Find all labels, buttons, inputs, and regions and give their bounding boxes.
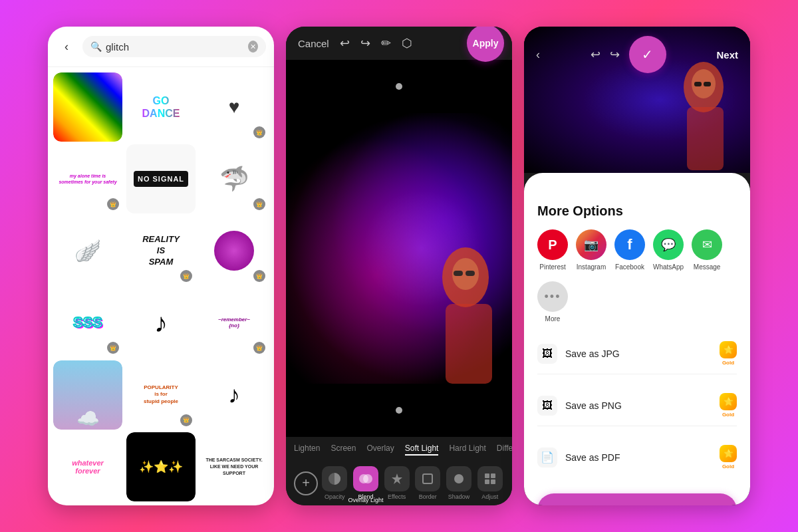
- shadow-tool[interactable]: Shadow: [445, 466, 473, 500]
- sticker-remember[interactable]: ~remember~{no} 👑: [200, 288, 269, 357]
- sticker-no-signal[interactable]: NO SIGNAL: [126, 144, 196, 213]
- sticker-go-dance[interactable]: GODANCE: [126, 72, 196, 142]
- save-jpg-option[interactable]: 🖼 Save as JPG ⭐ Gold: [537, 333, 737, 374]
- apply-button[interactable]: Apply: [467, 27, 504, 62]
- redo-button[interactable]: ↪: [360, 36, 370, 51]
- toolbar-left: Cancel ↩ ↪ ✏ ⬡: [298, 36, 412, 51]
- svg-point-7: [363, 474, 372, 483]
- border-label: Border: [419, 493, 437, 500]
- blend-overlay[interactable]: Overlay: [366, 442, 394, 456]
- panel3-redo-button[interactable]: ↪: [610, 47, 620, 62]
- more-share[interactable]: ••• More: [537, 281, 568, 323]
- undo-button[interactable]: ↩: [340, 36, 350, 51]
- next-button[interactable]: Next: [716, 49, 738, 61]
- back-button[interactable]: ‹: [56, 36, 77, 57]
- save-pdf-label: Save as PDF: [565, 452, 620, 463]
- opacity-label: Opacity: [325, 493, 345, 500]
- sticker-reality-spam[interactable]: REALITYISSPAM 👑: [126, 216, 196, 285]
- sticker-whatever[interactable]: whateverforever: [53, 432, 122, 501]
- sticker-rainbow[interactable]: [53, 72, 122, 142]
- premium-badge: 👑: [253, 342, 265, 354]
- clear-search-button[interactable]: ✕: [248, 41, 258, 53]
- sticker-wings[interactable]: 🪽: [53, 216, 122, 285]
- blend-lighten[interactable]: Lighten: [294, 442, 320, 456]
- close-button[interactable]: Close: [537, 493, 737, 505]
- svg-rect-3: [454, 271, 463, 276]
- facebook-icon: f: [614, 229, 645, 260]
- message-label: Message: [694, 263, 721, 271]
- editor-tools: + Opacity Overlay Light Blend: [286, 461, 512, 505]
- premium-badge: 👑: [107, 342, 119, 354]
- svg-rect-16: [687, 107, 724, 170]
- adjust-label: Adjust: [481, 493, 498, 500]
- blend-soft-light[interactable]: Soft Light: [405, 442, 439, 456]
- svg-rect-1: [446, 304, 492, 384]
- sticker-grid: GODANCE ♥ 👑 my alone time is sometimes f…: [48, 67, 274, 505]
- adjust-icon: [483, 472, 497, 485]
- blend-difference[interactable]: Difference: [497, 442, 512, 456]
- search-bar: ‹ 🔍 ✕: [48, 27, 274, 67]
- blend-hard-light[interactable]: Hard Light: [449, 442, 485, 456]
- border-tool[interactable]: Border: [414, 466, 442, 500]
- panel3-check-button[interactable]: ✓: [629, 36, 666, 73]
- save-png-option[interactable]: 🖼 Save as PNG ⭐ Gold: [537, 385, 737, 426]
- blend-screen[interactable]: Screen: [331, 442, 356, 456]
- canvas-image[interactable]: [286, 113, 512, 384]
- panel3-undo-button[interactable]: ↩: [591, 47, 600, 62]
- save-jpg-left: 🖼 Save as JPG: [537, 344, 620, 364]
- sticker-sarcasm[interactable]: THE SARCASM SOCIETY. LIKE WE NEED YOUR S…: [200, 432, 269, 501]
- editor-panel: Cancel ↩ ↪ ✏ ⬡ Apply: [286, 27, 512, 505]
- png-gold-badge: ⭐ Gold: [720, 393, 737, 418]
- whatsapp-label: WhatsApp: [653, 263, 684, 271]
- close-button-wrap: Close: [537, 488, 737, 505]
- sticker-shark[interactable]: 🦈 👑: [200, 144, 269, 213]
- panel3-photo-area: ‹ ↩ ↪ ✓ Next: [524, 27, 750, 173]
- sticker-alone-time[interactable]: my alone time is sometimes for your safe…: [53, 144, 122, 213]
- opacity-tool[interactable]: Opacity: [321, 466, 349, 500]
- more-options-content: More Options P Pinterest 📷 Instagram f F…: [524, 173, 750, 505]
- save-png-icon: 🖼: [537, 396, 557, 416]
- sticker-sss[interactable]: SSS 👑: [53, 288, 122, 357]
- svg-rect-13: [485, 479, 489, 484]
- adjust-tool[interactable]: Adjust: [475, 466, 504, 500]
- blend-icon: [358, 471, 373, 486]
- whatsapp-share[interactable]: 💬 WhatsApp: [653, 229, 684, 271]
- sticker-tiktok2[interactable]: ♪: [200, 360, 269, 430]
- facebook-label: Facebook: [615, 263, 644, 271]
- photo-subject: [286, 113, 512, 384]
- premium-badge: 👑: [180, 414, 192, 426]
- sticker-clouds[interactable]: ☁️: [53, 360, 122, 430]
- save-pdf-icon: 📄: [537, 448, 557, 467]
- pinterest-share[interactable]: P Pinterest: [537, 229, 568, 271]
- gold-text-pdf: Gold: [722, 464, 734, 469]
- slider-dot-bottom: [396, 407, 402, 414]
- blend-tool[interactable]: Overlay Light Blend: [352, 466, 380, 500]
- sticker-stars[interactable]: ✨⭐✨: [126, 432, 196, 501]
- layers-button[interactable]: ⬡: [402, 36, 412, 51]
- cancel-button[interactable]: Cancel: [298, 38, 329, 49]
- photo-background: [286, 113, 512, 384]
- add-button[interactable]: +: [294, 471, 318, 495]
- gold-icon-pdf: ⭐: [720, 445, 737, 462]
- sticker-popularity[interactable]: POPULARITYis forstupid people 👑: [126, 360, 196, 430]
- save-pdf-option[interactable]: 📄 Save as PDF ⭐ Gold: [537, 437, 737, 477]
- instagram-share[interactable]: 📷 Instagram: [576, 229, 606, 271]
- jpg-gold-badge: ⭐ Gold: [720, 341, 737, 366]
- panel3-back-button[interactable]: ‹: [536, 48, 540, 62]
- sticker-heart[interactable]: ♥ 👑: [200, 72, 269, 142]
- more-label: More: [545, 315, 561, 323]
- message-share[interactable]: ✉ Message: [692, 229, 722, 271]
- gold-text: Gold: [722, 360, 734, 366]
- save-jpg-icon: 🖼: [537, 344, 557, 364]
- more-options-title: More Options: [537, 203, 737, 219]
- save-pdf-left: 📄 Save as PDF: [537, 448, 620, 467]
- search-input[interactable]: [106, 41, 244, 53]
- woman-silhouette: [379, 237, 512, 384]
- sticker-tiktok[interactable]: ♪: [126, 288, 196, 357]
- effects-tool[interactable]: Effects: [382, 466, 411, 500]
- eraser-button[interactable]: ✏: [381, 36, 391, 51]
- border-icon: [421, 472, 434, 485]
- facebook-share[interactable]: f Facebook: [614, 229, 645, 271]
- sticker-purple-circle[interactable]: 👑: [200, 216, 269, 285]
- svg-rect-9: [423, 474, 432, 483]
